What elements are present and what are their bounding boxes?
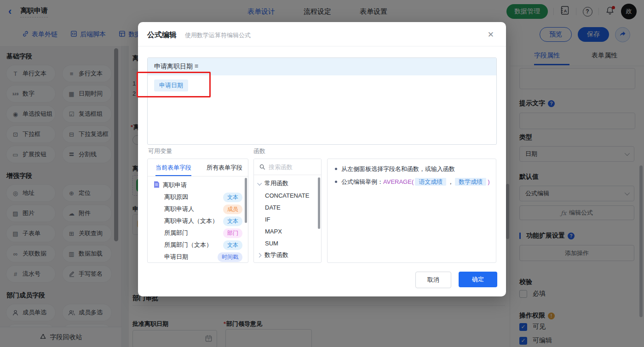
variables-tabs: 当前表单字段 所有表单字段 bbox=[148, 159, 248, 176]
function-item[interactable]: SUM bbox=[254, 237, 321, 249]
variables-root-row[interactable]: 离职申请 bbox=[148, 179, 248, 191]
tip-line: 从左侧面板选择字段名和函数，或输入函数 bbox=[335, 165, 491, 173]
variable-name: 离职申请人（文本） bbox=[164, 217, 218, 225]
function-group-row[interactable]: 文本函数 bbox=[254, 261, 321, 263]
close-icon[interactable]: ✕ bbox=[488, 30, 494, 40]
function-group-row[interactable]: 数学函数 bbox=[254, 249, 321, 261]
variable-row[interactable]: 所属部门部门 bbox=[148, 227, 248, 239]
variables-label: 可用变量 bbox=[148, 147, 172, 155]
functions-label: 函数 bbox=[253, 147, 265, 155]
variable-name: 所属部门（文本） bbox=[164, 241, 212, 249]
annotation-highlight-box bbox=[137, 72, 211, 97]
modal-title: 公式编辑 bbox=[147, 30, 177, 40]
function-item[interactable]: IF bbox=[254, 213, 321, 225]
variable-name: 离职原因 bbox=[164, 193, 188, 201]
variables-scrollbar[interactable] bbox=[245, 178, 247, 223]
variable-name: 所属部门 bbox=[164, 229, 188, 237]
variable-type-tag: 时间戳 bbox=[218, 252, 242, 262]
tip-example-line: 公式编辑举例：AVERAGE(语文成绩，数学成绩) bbox=[335, 178, 491, 186]
variable-type-tag: 文本 bbox=[223, 240, 242, 250]
confirm-button[interactable]: 确定 bbox=[459, 272, 497, 287]
variable-type-tag: 文本 bbox=[223, 216, 242, 226]
variable-row[interactable]: 离职申请人成员 bbox=[148, 203, 248, 215]
modal-subtitle: 使用数学运算符编辑公式 bbox=[185, 31, 251, 40]
doc-icon bbox=[154, 181, 160, 189]
cancel-button[interactable]: 取消 bbox=[415, 272, 451, 288]
functions-scrollbar[interactable] bbox=[318, 177, 320, 229]
variable-row[interactable]: 离职申请人（文本）文本 bbox=[148, 215, 248, 227]
function-group-label: 数学函数 bbox=[264, 251, 288, 259]
chevron-down-icon bbox=[257, 181, 262, 185]
tab-current-form-fields[interactable]: 当前表单字段 bbox=[155, 164, 191, 172]
variable-type-tag: 部门 bbox=[223, 228, 242, 238]
formula-edit-modal: 公式编辑 使用数学运算符编辑公式 ✕ 申请离职日期 = 申请日期 可用变量 函数… bbox=[138, 22, 506, 296]
variable-type-tag: 文本 bbox=[223, 193, 242, 202]
variable-row[interactable]: 申请日期时间戳 bbox=[148, 251, 248, 263]
search-icon bbox=[259, 164, 265, 172]
function-item[interactable]: DATE bbox=[254, 201, 321, 213]
variable-name: 申请日期 bbox=[164, 253, 188, 261]
tab-all-form-fields[interactable]: 所有表单字段 bbox=[207, 164, 242, 172]
formula-editor[interactable]: 申请离职日期 = 申请日期 bbox=[147, 57, 497, 145]
functions-panel: 常用函数CONCATENATEDATEIFMAPXSUM数学函数文本函数 bbox=[253, 159, 322, 263]
modal-header: 公式编辑 使用数学运算符编辑公式 bbox=[147, 30, 251, 40]
example-field-tag: 数学成绩 bbox=[455, 178, 486, 186]
divider bbox=[138, 46, 506, 46]
tips-panel: 从左侧面板选择字段名和函数，或输入函数 公式编辑举例：AVERAGE(语文成绩，… bbox=[327, 159, 496, 263]
variable-name: 离职申请人 bbox=[164, 205, 194, 213]
bullet-icon bbox=[335, 181, 337, 183]
variable-row[interactable]: 离职原因文本 bbox=[148, 191, 248, 203]
variable-type-tag: 成员 bbox=[223, 205, 242, 214]
function-group-row[interactable]: 常用函数 bbox=[254, 177, 321, 189]
chevron-right-icon bbox=[257, 253, 262, 257]
example-field-tag: 语文成绩 bbox=[415, 178, 446, 186]
variables-root-label: 离职申请 bbox=[163, 181, 187, 189]
bullet-icon bbox=[335, 168, 337, 170]
variables-panel: 当前表单字段 所有表单字段 离职申请离职原因文本离职申请人成员离职申请人（文本）… bbox=[147, 159, 248, 263]
function-item[interactable]: CONCATENATE bbox=[254, 189, 321, 201]
function-name: AVERAGE( bbox=[383, 178, 414, 185]
function-item[interactable]: MAPX bbox=[254, 225, 321, 237]
variable-row[interactable]: 所属部门（文本）文本 bbox=[148, 239, 248, 251]
function-group-label: 常用函数 bbox=[264, 179, 288, 188]
